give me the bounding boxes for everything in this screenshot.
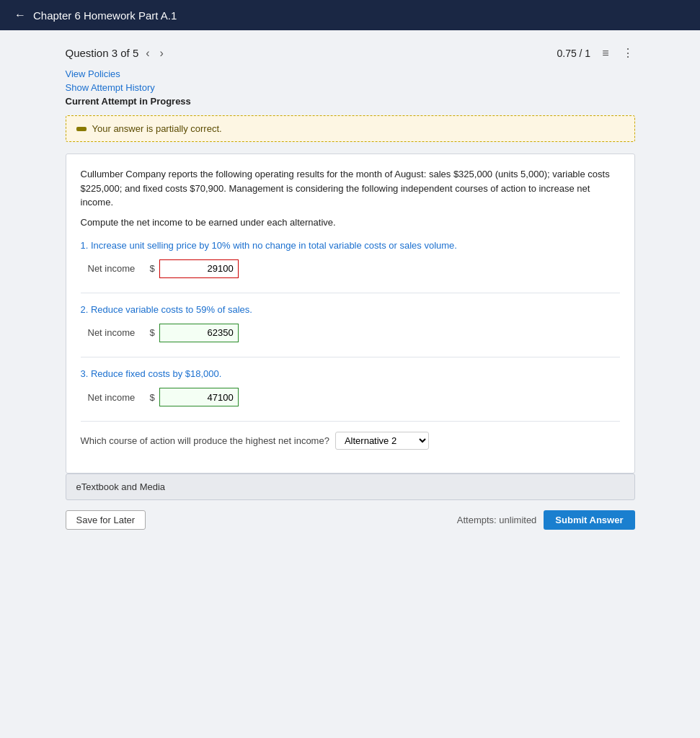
show-attempt-history-link[interactable]: Show Attempt History — [66, 82, 155, 93]
question-body: Cullumber Company reports the following … — [66, 154, 635, 474]
sub3-net-income-row: Net income $ — [81, 388, 620, 406]
question-nav: Question 3 of 5 ‹ › — [66, 46, 167, 61]
sub1-net-income-label: Net income — [88, 263, 146, 274]
footer-row: Save for Later Attempts: unlimited Submi… — [66, 510, 635, 530]
sub1-dollar-sign: $ — [150, 263, 155, 274]
etextbook-label: eTextbook and Media — [76, 481, 166, 492]
divider-1 — [81, 293, 620, 293]
topbar-title: Chapter 6 Homework Part A.1 — [33, 9, 177, 22]
sub1-net-income-input[interactable] — [159, 259, 239, 278]
partial-banner-text: Your answer is partially correct. — [92, 123, 222, 134]
next-question-button[interactable]: › — [157, 46, 167, 61]
etextbook-bar: eTextbook and Media — [66, 474, 635, 500]
sub2-net-income-label: Net income — [88, 327, 146, 338]
back-icon[interactable]: ← — [14, 9, 26, 22]
sub2-net-income-row: Net income $ — [81, 324, 620, 342]
main-content: Question 3 of 5 ‹ › 0.75 / 1 ≡ ⋮ View Po… — [51, 30, 650, 738]
score-icons-area: 0.75 / 1 ≡ ⋮ — [557, 45, 634, 61]
sub1-net-income-row: Net income $ — [81, 259, 620, 278]
save-for-later-button[interactable]: Save for Later — [66, 510, 146, 530]
attempts-text: Attempts: unlimited — [457, 515, 537, 525]
question-label: Question 3 of 5 — [66, 47, 139, 59]
sub-question-1-title: 1. Increase unit selling price by 10% wi… — [81, 239, 620, 252]
sub-question-2: 2. Reduce variable costs to 59% of sales… — [81, 303, 620, 342]
submit-answer-button[interactable]: Submit Answer — [544, 510, 634, 530]
sub-question-1: 1. Increase unit selling price by 10% wi… — [81, 239, 620, 278]
sub3-net-income-label: Net income — [88, 392, 146, 403]
sub2-dollar-sign: $ — [150, 327, 155, 338]
attempts-submit-area: Attempts: unlimited Submit Answer — [457, 510, 635, 530]
divider-3 — [81, 421, 620, 422]
show-attempt-history-row: Show Attempt History — [66, 82, 635, 93]
sub3-dollar-sign: $ — [150, 392, 155, 403]
sub-question-2-title: 2. Reduce variable costs to 59% of sales… — [81, 303, 620, 316]
view-policies-link[interactable]: View Policies — [66, 68, 120, 79]
question-text: Cullumber Company reports the following … — [81, 167, 620, 210]
sub2-net-income-input[interactable] — [159, 324, 239, 342]
question-header: Question 3 of 5 ‹ › 0.75 / 1 ≡ ⋮ — [66, 45, 635, 61]
sub-question-3: 3. Reduce fixed costs by $18,000. Net in… — [81, 368, 620, 406]
current-attempt-label: Current Attempt in Progress — [66, 96, 635, 107]
sub3-net-income-input[interactable] — [159, 388, 239, 406]
topbar: ← Chapter 6 Homework Part A.1 — [0, 0, 700, 30]
partial-icon — [76, 127, 87, 131]
which-course-label: Which course of action will produce the … — [81, 435, 329, 446]
which-course-select[interactable]: Alternative 1 Alternative 2 Alternative … — [335, 432, 429, 450]
partial-correct-banner: Your answer is partially correct. — [66, 115, 635, 142]
divider-2 — [81, 357, 620, 357]
sub-question-3-title: 3. Reduce fixed costs by $18,000. — [81, 368, 620, 381]
view-policies-row: View Policies — [66, 68, 635, 79]
which-course-row: Which course of action will produce the … — [81, 432, 620, 450]
list-icon-button[interactable]: ≡ — [601, 45, 610, 61]
prev-question-button[interactable]: ‹ — [143, 46, 152, 61]
score-text: 0.75 / 1 — [557, 48, 590, 59]
compute-text: Compute the net income to be earned unde… — [81, 217, 620, 228]
menu-icon-button[interactable]: ⋮ — [621, 45, 635, 61]
